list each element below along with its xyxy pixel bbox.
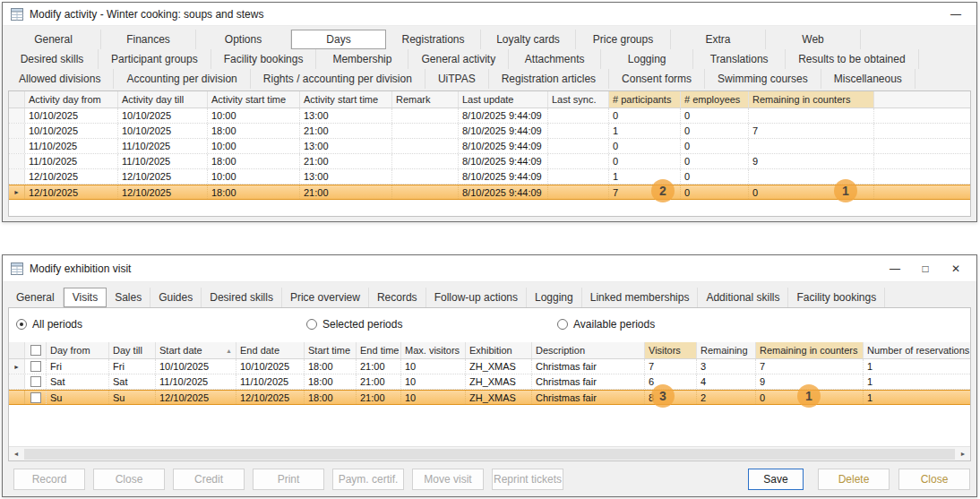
row-checkbox-cell <box>25 391 47 404</box>
grid-row[interactable]: 11/10/2025 11/10/2025 10:00 13:00 8/10/2… <box>9 139 970 154</box>
tab-translations[interactable]: Translations <box>693 49 786 69</box>
delete-button[interactable]: Delete <box>818 469 890 490</box>
grid-row[interactable]: 11/10/2025 11/10/2025 18:00 21:00 8/10/2… <box>9 154 970 169</box>
move-visit-button[interactable]: Move visit <box>412 469 484 490</box>
col-exhibition[interactable]: Exhibition <box>466 342 532 358</box>
tab-price-overview[interactable]: Price overview <box>282 288 369 307</box>
grid-row[interactable]: ► Fri Fri 10/10/2025 10/10/2025 18:00 21… <box>9 359 970 374</box>
tab-follow-up-actions[interactable]: Follow-up actions <box>426 288 527 307</box>
scroll-left-arrow[interactable]: ◄ <box>9 447 23 461</box>
col-description[interactable]: Description <box>532 342 645 358</box>
tab-options[interactable]: Options <box>196 30 291 49</box>
tab-days[interactable]: Days <box>291 30 386 49</box>
grid-row-highlighted[interactable]: Su Su 12/10/2025 12/10/2025 18:00 21:00 … <box>9 390 970 405</box>
tab-loyalty-cards[interactable]: Loyalty cards <box>481 30 576 49</box>
col-end-date[interactable]: End date <box>236 342 305 358</box>
radio-selected-periods[interactable]: Selected periods <box>306 318 402 331</box>
radio-all-periods[interactable]: All periods <box>16 318 82 331</box>
row-checkbox[interactable] <box>30 361 41 372</box>
tab-general-activity[interactable]: General activity <box>408 49 509 69</box>
scrollbar-thumb[interactable] <box>24 449 955 460</box>
record-button[interactable]: Record <box>13 469 85 490</box>
minimize-button[interactable]: — <box>880 258 910 280</box>
tab-web[interactable]: Web <box>766 30 861 49</box>
grid-row[interactable]: Sat Sat 11/10/2025 11/10/2025 18:00 21:0… <box>9 374 970 390</box>
tab-desired-skills[interactable]: Desired skills <box>202 288 282 307</box>
col-start-date[interactable]: Start date ▲ <box>156 342 236 358</box>
close-button[interactable]: Close <box>93 469 165 490</box>
tab-records[interactable]: Records <box>369 288 426 307</box>
tab-consent-forms[interactable]: Consent forms <box>609 69 705 89</box>
tab-registrations[interactable]: Registrations <box>386 30 481 49</box>
tab-rights-accounting-per-division[interactable]: Rights / accounting per division <box>251 69 426 89</box>
col-number-of-reservations[interactable]: Number of reservations <box>864 342 970 358</box>
grid-row-selected[interactable]: ► 12/10/2025 12/10/2025 18:00 21:00 8/10… <box>9 185 970 200</box>
row-checkbox[interactable] <box>30 392 41 403</box>
window-title: Modify activity - Winter cooking: soups … <box>30 8 263 21</box>
tab-facility-bookings[interactable]: Facility bookings <box>211 49 317 69</box>
tab-sales[interactable]: Sales <box>107 288 150 307</box>
col-end-time[interactable]: End time <box>357 342 401 358</box>
tab-participant-groups[interactable]: Participant groups <box>99 49 211 69</box>
tab-uitpas[interactable]: UiTPAS <box>426 69 489 89</box>
tab-facility-bookings[interactable]: Facility bookings <box>788 288 885 307</box>
tab-accounting-per-division[interactable]: Accounting per division <box>114 69 250 89</box>
col-activity-day-from[interactable]: Activity day from <box>25 91 118 108</box>
tab-attachments[interactable]: Attachments <box>509 49 601 69</box>
minimize-button[interactable]: — <box>941 4 971 25</box>
close-button[interactable]: Close <box>898 469 970 490</box>
tab-finances[interactable]: Finances <box>101 30 196 49</box>
select-all-checkbox[interactable] <box>30 345 41 356</box>
save-button[interactable]: Save <box>748 469 804 490</box>
credit-button[interactable]: Credit <box>173 469 245 490</box>
col-last-update[interactable]: Last update <box>459 91 548 108</box>
tab-guides[interactable]: Guides <box>150 288 202 307</box>
tab-visits[interactable]: Visits <box>64 288 107 307</box>
grid-row[interactable]: 10/10/2025 10/10/2025 10:00 13:00 8/10/2… <box>9 108 970 124</box>
paym-certif-button[interactable]: Paym. certif. <box>332 469 404 490</box>
col-remaining[interactable]: Remaining <box>697 342 756 358</box>
col-last-sync[interactable]: Last sync. <box>548 91 609 108</box>
tab-membership[interactable]: Membership <box>316 49 408 69</box>
maximize-button[interactable]: □ <box>910 258 941 280</box>
tab-price-groups[interactable]: Price groups <box>576 30 671 49</box>
col-day-till[interactable]: Day till <box>109 342 156 358</box>
tab-registration-articles[interactable]: Registration articles <box>489 69 609 89</box>
tab-extra[interactable]: Extra <box>671 30 766 49</box>
col-visitors[interactable]: Visitors <box>645 342 697 358</box>
tab-miscellaneous[interactable]: Miscellaneous <box>821 69 916 89</box>
tab-results-to-be-obtained[interactable]: Results to be obtained <box>786 49 918 69</box>
tab-logging[interactable]: Logging <box>527 288 582 307</box>
cell: 0 <box>681 169 749 184</box>
scroll-right-arrow[interactable]: ► <box>956 447 970 461</box>
cell: Christmas fair <box>532 391 645 404</box>
reprint-tickets-button[interactable]: Reprint tickets <box>492 469 563 490</box>
print-button[interactable]: Print <box>253 469 324 490</box>
close-window-button[interactable]: ✕ <box>941 258 971 280</box>
row-checkbox[interactable] <box>30 376 41 387</box>
col-day-from[interactable]: Day from <box>47 342 109 358</box>
tab-general[interactable]: General <box>8 288 64 307</box>
tab-general[interactable]: General <box>6 30 101 49</box>
col-remaining-in-counters[interactable]: Remaining in counters <box>756 342 864 358</box>
cell: 10:00 <box>208 139 300 153</box>
col-activity-start-time[interactable]: Activity start time <box>208 91 300 108</box>
grid-row[interactable]: 10/10/2025 10/10/2025 18:00 21:00 8/10/2… <box>9 124 970 139</box>
col-start-time[interactable]: Start time <box>305 342 357 358</box>
col-num-participants[interactable]: # participants <box>609 91 681 108</box>
col-num-employees[interactable]: # employees <box>681 91 749 108</box>
tab-allowed-divisions[interactable]: Allowed divisions <box>6 69 114 89</box>
tab-logging[interactable]: Logging <box>601 49 693 69</box>
tab-swimming-courses[interactable]: Swimming courses <box>705 69 821 89</box>
horizontal-scrollbar[interactable]: ◄ ► <box>9 446 970 460</box>
radio-available-periods[interactable]: Available periods <box>557 318 655 331</box>
tab-desired-skills[interactable]: Desired skills <box>6 49 99 69</box>
col-activity-start-time-2[interactable]: Activity start time <box>300 91 392 108</box>
col-max-visitors[interactable]: Max. visitors <box>401 342 466 358</box>
col-remark[interactable]: Remark <box>392 91 459 108</box>
col-remaining-in-counters[interactable]: Remaining in counters <box>749 91 874 108</box>
tab-additional-skills[interactable]: Additional skills <box>698 288 788 307</box>
tab-linked-memberships[interactable]: Linked memberships <box>582 288 699 307</box>
grid-row[interactable]: 12/10/2025 12/10/2025 10:00 13:00 8/10/2… <box>9 169 970 185</box>
col-activity-day-till[interactable]: Activity day till <box>118 91 208 108</box>
